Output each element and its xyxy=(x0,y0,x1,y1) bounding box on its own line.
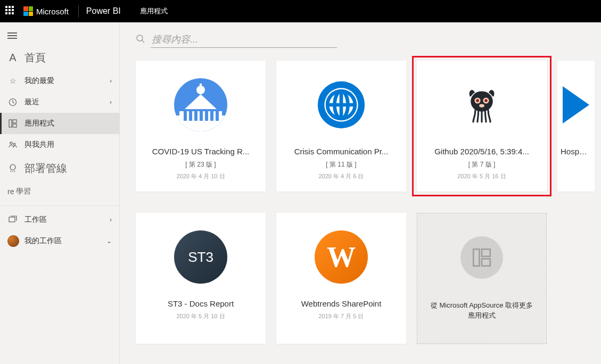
hamburger-icon[interactable] xyxy=(0,27,119,45)
svg-rect-31 xyxy=(473,249,479,266)
nav-apps[interactable]: 應用程式 xyxy=(0,113,119,134)
svg-point-7 xyxy=(137,35,143,41)
brand-text: Microsoft xyxy=(36,7,69,16)
people-icon xyxy=(7,140,18,149)
app-icon xyxy=(171,76,230,134)
svg-rect-15 xyxy=(210,110,213,121)
app-card-github[interactable]: Github 2020/5/16, 5:39:4... [ 第 7 版 ] 20… xyxy=(417,61,547,192)
nav-label: 學習 xyxy=(16,187,31,196)
home-icon: A xyxy=(7,52,18,64)
svg-rect-14 xyxy=(205,110,208,121)
chevron-down-icon: ⌄ xyxy=(106,237,112,245)
svg-point-25 xyxy=(471,91,493,111)
app-title: Crisis Communication Pr... xyxy=(276,147,406,156)
nav-label: 我的工作區 xyxy=(24,236,62,246)
rocket-icon xyxy=(7,163,18,173)
search-icon xyxy=(136,34,145,46)
app-date: 2020 年 5 月 10 日 xyxy=(176,312,225,320)
nav-label: 我的最愛 xyxy=(24,76,54,86)
svg-point-4 xyxy=(10,142,12,144)
divider xyxy=(78,5,79,18)
app-card-webtrends[interactable]: W Webtrends SharePoint 2019 年 7 月 5 日 xyxy=(276,213,406,344)
svg-rect-3 xyxy=(13,124,17,127)
nav-favorites[interactable]: ☆ 我的最愛 › xyxy=(0,70,119,92)
app-card-hospital[interactable]: Hospital xyxy=(557,61,595,192)
separator xyxy=(0,205,119,206)
svg-rect-33 xyxy=(482,259,490,266)
nav-label: 部署管線 xyxy=(24,161,67,176)
nav-label: 應用程式 xyxy=(24,119,54,128)
app-icon: W xyxy=(312,228,371,286)
app-grid: COVID-19 US Tracking R... [ 第 23 版 ] 202… xyxy=(136,61,601,344)
main-content: COVID-19 US Tracking R... [ 第 23 版 ] 202… xyxy=(120,22,601,364)
svg-point-29 xyxy=(484,99,488,102)
svg-point-5 xyxy=(13,143,15,145)
nav-learn[interactable]: re 學習 xyxy=(0,181,119,202)
app-title: Github 2020/5/16, 5:39:4... xyxy=(417,147,547,156)
app-date: 2019 年 7 月 5 日 xyxy=(319,312,364,320)
app-version: [ 第 23 版 ] xyxy=(185,160,216,169)
svg-point-28 xyxy=(476,99,479,102)
app-icon: ST3 xyxy=(171,228,230,286)
svg-rect-18 xyxy=(200,84,202,89)
svg-rect-12 xyxy=(194,110,197,121)
app-icon xyxy=(557,76,595,134)
app-date: 2020 年 4 月 10 日 xyxy=(176,172,225,180)
svg-point-30 xyxy=(479,104,484,107)
app-card-crisis[interactable]: Crisis Communication Pr... [ 第 11 版 ] 20… xyxy=(276,61,406,192)
nav-home[interactable]: A 首頁 xyxy=(0,45,119,70)
workspace-avatar-icon xyxy=(7,235,19,247)
nav-label: 與我共用 xyxy=(24,140,54,150)
breadcrumb: 應用程式 xyxy=(140,6,168,16)
svg-rect-1 xyxy=(9,120,12,127)
app-icon xyxy=(452,76,511,134)
search-row xyxy=(136,32,601,48)
nav-label: 工作區 xyxy=(24,215,47,225)
apps-placeholder-icon xyxy=(460,236,503,279)
nav-shared[interactable]: 與我共用 xyxy=(0,134,119,155)
app-title: Webtrends SharePoint xyxy=(276,299,406,308)
nav-my-workspace[interactable]: 我的工作區 ⌄ xyxy=(0,230,119,252)
search-input[interactable] xyxy=(151,32,337,48)
get-more-text: 從 Microsoft AppSource 取得更多應用程式 xyxy=(417,300,546,321)
learn-prefix: re xyxy=(7,187,14,196)
svg-rect-10 xyxy=(184,110,187,121)
app-version: [ 第 7 版 ] xyxy=(468,160,496,169)
app-icon xyxy=(312,76,371,134)
svg-rect-32 xyxy=(482,249,490,257)
microsoft-logo: Microsoft xyxy=(23,6,69,16)
app-date: 2020 年 4 月 6 日 xyxy=(319,172,364,180)
workspaces-icon xyxy=(7,216,18,224)
apps-icon xyxy=(7,119,18,128)
svg-rect-13 xyxy=(200,110,203,121)
top-bar: Microsoft Power BI 應用程式 xyxy=(0,0,601,22)
app-card-covid[interactable]: COVID-19 US Tracking R... [ 第 23 版 ] 202… xyxy=(136,61,266,192)
svg-rect-16 xyxy=(216,110,219,121)
app-launcher-icon[interactable] xyxy=(5,6,16,16)
svg-rect-6 xyxy=(9,217,15,222)
product-name[interactable]: Power BI xyxy=(86,6,121,16)
svg-rect-2 xyxy=(13,120,17,123)
nav-label: 首頁 xyxy=(24,51,46,65)
chevron-right-icon: › xyxy=(110,98,112,106)
app-title: COVID-19 US Tracking R... xyxy=(136,147,266,156)
app-card-st3[interactable]: ST3 ST3 - Docs Report 2020 年 5 月 10 日 xyxy=(136,213,266,344)
app-title: ST3 - Docs Report xyxy=(136,299,266,308)
nav-workspaces[interactable]: 工作區 › xyxy=(0,209,119,230)
nav-pipelines[interactable]: 部署管線 xyxy=(0,155,119,181)
clock-icon xyxy=(7,98,18,106)
svg-rect-11 xyxy=(189,110,192,121)
get-more-apps-card[interactable]: 從 Microsoft AppSource 取得更多應用程式 xyxy=(417,213,547,344)
nav-label: 最近 xyxy=(24,97,39,107)
app-version: [ 第 11 版 ] xyxy=(326,160,356,169)
chevron-right-icon: › xyxy=(110,216,112,224)
nav-recent[interactable]: 最近 › xyxy=(0,92,119,113)
app-date: 2020 年 5 月 16 日 xyxy=(457,172,506,180)
app-title: Hospital xyxy=(557,147,595,156)
chevron-right-icon: › xyxy=(110,77,112,85)
star-icon: ☆ xyxy=(7,77,18,85)
sidebar: A 首頁 ☆ 我的最愛 › 最近 › 應用程式 與我共用 xyxy=(0,22,120,364)
